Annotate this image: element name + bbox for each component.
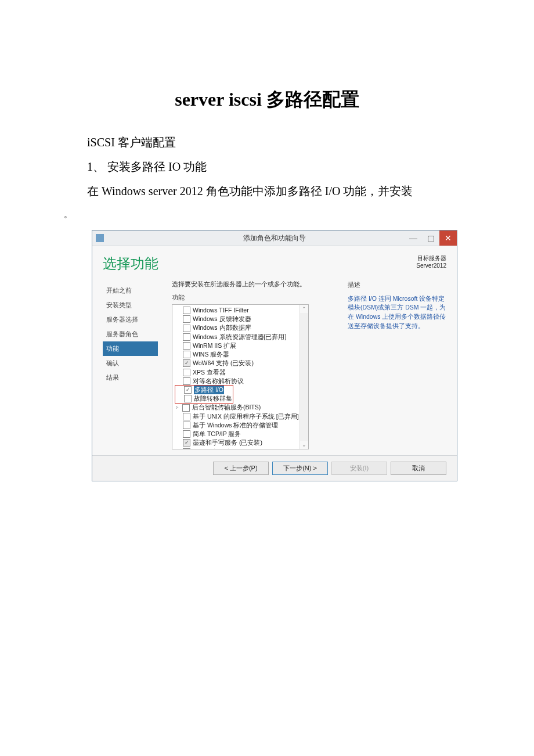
feature-item[interactable]: 故障转移群集 xyxy=(176,394,232,403)
feature-item[interactable]: Windows TIFF IFilter xyxy=(175,306,306,315)
doc-paragraph-1: iSCSI 客户端配置 xyxy=(87,130,470,154)
instruction-text: 选择要安装在所选服务器上的一个或多个功能。 xyxy=(172,280,335,289)
nav-step-type[interactable]: 安装类型 xyxy=(103,298,158,312)
feature-item[interactable]: ▹后台智能传输服务(BITS) xyxy=(175,403,306,412)
nav-step-roles[interactable]: 服务器角色 xyxy=(103,327,158,341)
feature-item[interactable]: Windows 反馈转发器 xyxy=(175,315,306,323)
nav-step-features[interactable]: 功能 xyxy=(103,341,158,356)
doc-hanging-punct: 。 xyxy=(64,203,87,227)
target-server-label: 目标服务器 xyxy=(416,254,446,262)
nav-step-before[interactable]: 开始之前 xyxy=(103,283,158,298)
feature-item-mpio[interactable]: 多路径 I/O xyxy=(176,386,232,394)
nav-step-selection[interactable]: 服务器选择 xyxy=(103,312,158,327)
close-icon[interactable]: ✕ xyxy=(439,231,457,246)
feature-item[interactable]: XPS 查看器 xyxy=(175,368,306,377)
minimize-icon[interactable]: — xyxy=(405,231,422,246)
description-column-label: 描述 xyxy=(348,280,446,290)
checkbox-mpio[interactable] xyxy=(184,386,192,394)
install-button[interactable]: 安装(I) xyxy=(331,462,387,475)
feature-item[interactable]: Windows 系统资源管理器[已弃用] xyxy=(175,333,306,341)
feature-item[interactable]: 简单 TCP/IP 服务 xyxy=(175,430,306,438)
feature-item[interactable]: WoW64 支持 (已安装) xyxy=(175,359,306,368)
feature-item[interactable]: WinRM IIS 扩展 xyxy=(175,341,306,350)
window-title: 添加角色和功能向导 xyxy=(92,233,457,243)
features-column-label: 功能 xyxy=(172,293,335,302)
target-server-value: Server2012 xyxy=(416,262,446,269)
nav-step-confirm[interactable]: 确认 xyxy=(103,356,158,370)
prev-button[interactable]: < 上一步(P) xyxy=(213,462,269,475)
expand-icon[interactable]: ▹ xyxy=(175,404,180,411)
scrollbar[interactable]: ⌃ ⌄ xyxy=(300,305,308,449)
scroll-down-icon[interactable]: ⌄ xyxy=(300,441,308,449)
maximize-icon[interactable]: ▢ xyxy=(422,231,439,246)
target-server-info: 目标服务器 Server2012 xyxy=(416,254,446,273)
titlebar: 添加角色和功能向导 — ▢ ✕ xyxy=(92,231,457,246)
doc-paragraph-3: 在 Windows server 2012 角色功能中添加多路径 I/O 功能，… xyxy=(87,179,470,203)
page-title: 选择功能 xyxy=(103,254,158,273)
doc-title: server iscsi 多路径配置 xyxy=(64,87,470,113)
feature-item[interactable]: 基于 Windows 标准的存储管理 xyxy=(175,421,306,430)
feature-item[interactable]: WINS 服务器 xyxy=(175,350,306,359)
feature-description: 多路径 I/O 连同 Microsoft 设备特定模块(DSM)或第三方 DSM… xyxy=(348,294,446,331)
wizard-button-row: < 上一步(P) 下一步(N) > 安装(I) 取消 xyxy=(92,455,457,481)
features-listbox[interactable]: ⌃ ⌄ Windows TIFF IFilter Windows 反馈转发器 W… xyxy=(172,304,309,449)
doc-paragraph-2: 1、 安装多路径 IO 功能 xyxy=(87,154,470,179)
feature-item[interactable]: 对等名称解析协议 xyxy=(175,377,306,386)
wizard-nav: 开始之前 安装类型 服务器选择 服务器角色 功能 确认 结果 xyxy=(103,280,158,449)
wizard-window: 添加角色和功能向导 — ▢ ✕ 选择功能 目标服务器 Server2012 xyxy=(92,230,457,481)
next-button[interactable]: 下一步(N) > xyxy=(272,462,328,475)
highlight-red-box: 多路径 I/O 故障转移群集 xyxy=(175,385,233,404)
feature-item[interactable]: 墨迹和手写服务 (已安装) xyxy=(175,438,306,447)
cancel-button[interactable]: 取消 xyxy=(391,462,446,475)
feature-item[interactable]: 数据中心桥接 xyxy=(175,448,306,450)
feature-item[interactable]: Windows 内部数据库 xyxy=(175,323,306,332)
feature-item[interactable]: 基于 UNIX 的应用程序子系统 [已弃用] xyxy=(175,412,306,421)
scroll-up-icon[interactable]: ⌃ xyxy=(300,305,308,313)
nav-step-result[interactable]: 结果 xyxy=(103,370,158,385)
